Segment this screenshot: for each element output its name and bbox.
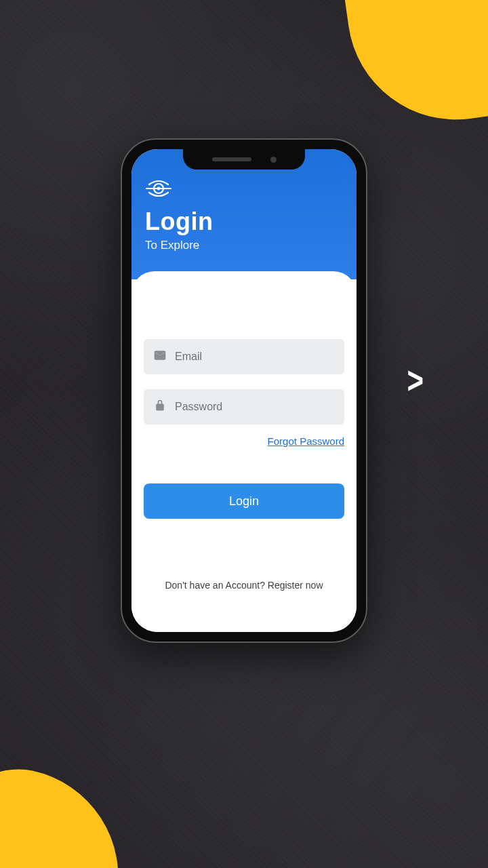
page-title: Login bbox=[145, 208, 343, 236]
app-logo-icon bbox=[145, 175, 172, 202]
password-field-wrapper[interactable] bbox=[144, 389, 344, 425]
login-form-sheet: Forgot Password Login Don't have an Acco… bbox=[131, 271, 357, 632]
accent-shape-bottom bbox=[0, 757, 138, 868]
lock-icon bbox=[153, 399, 167, 415]
password-input[interactable] bbox=[175, 401, 335, 413]
login-button[interactable]: Login bbox=[144, 484, 344, 519]
email-field-wrapper[interactable] bbox=[144, 339, 344, 374]
accent-shape-top bbox=[343, 0, 488, 134]
email-input[interactable] bbox=[175, 351, 335, 363]
next-slide-button[interactable]: > bbox=[407, 360, 424, 402]
register-link[interactable]: Don't have an Account? Register now bbox=[144, 580, 344, 591]
page-subtitle: To Explore bbox=[145, 239, 343, 252]
phone-screen: Login To Explore Forgot bbox=[131, 149, 357, 632]
email-icon bbox=[153, 349, 167, 365]
forgot-password-link[interactable]: Forgot Password bbox=[144, 435, 344, 447]
phone-frame: Login To Explore Forgot bbox=[121, 138, 367, 643]
phone-notch bbox=[183, 149, 305, 170]
